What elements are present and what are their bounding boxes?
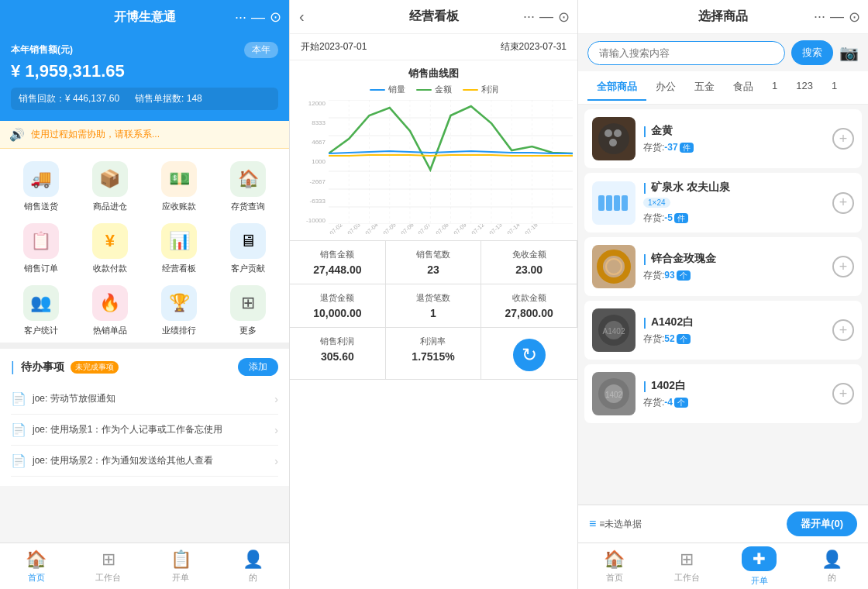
func-inventory-query[interactable]: 🏠 存货查询 — [214, 161, 283, 212]
nav-mine-label: 的 — [249, 572, 257, 584]
add-product-jinhuan[interactable]: + — [832, 128, 854, 150]
minimize-icon-p2[interactable]: — — [539, 9, 553, 25]
product-info-jinhuan: 金黄 存货:-37件 — [643, 124, 825, 154]
more-icon-p3[interactable]: ··· — [814, 9, 825, 26]
minimize-icon-p3[interactable]: — — [830, 9, 844, 26]
nav3-workbench[interactable]: ⊞ 工作台 — [651, 543, 724, 589]
nav3-mine[interactable]: 👤 的 — [796, 543, 869, 589]
close-icon-p3[interactable]: ⊙ — [849, 9, 860, 26]
func-customer-contribution[interactable]: 🖥 客户贡献 — [214, 223, 283, 274]
notice-text: 使用过程如需协助，请联系系... — [31, 128, 160, 141]
todo-title: 待办事项 — [21, 360, 64, 374]
more-icon-p2[interactable]: ··· — [523, 9, 535, 25]
product-svg-water — [594, 184, 633, 222]
todo-text-2: joe: 使用场景1：作为个人记事或工作备忘使用 — [33, 423, 274, 436]
func-sales-order[interactable]: 📋 销售订单 — [6, 223, 75, 274]
add-product-zinc-ring[interactable]: + — [832, 256, 854, 277]
func-performance[interactable]: 🏆 业绩排行 — [145, 285, 214, 336]
nav-open-bill[interactable]: 📋 开单 — [145, 543, 217, 589]
nav3-open-bill-label: 开单 — [751, 575, 768, 587]
nav3-home-label: 首页 — [606, 572, 623, 584]
status-label: ≡未选单据 — [599, 518, 642, 531]
cat-tab-hardware[interactable]: 五金 — [685, 74, 724, 101]
product-stock-1402white: 存货:-4个 — [643, 396, 825, 409]
stat-sales-amount-label: 销售金额 — [296, 249, 379, 260]
cat-tab-office[interactable]: 办公 — [646, 74, 685, 101]
func-hot-sales[interactable]: 🔥 热销单品 — [75, 285, 144, 336]
todo-badge: 未完成事项 — [71, 361, 119, 374]
stat-profit-rate: 利润率 1.7515% — [386, 328, 482, 380]
product-item-water[interactable]: 矿泉水 农夫山泉 1×24 存货:-5件 + — [584, 173, 862, 232]
stat-sales-count-label: 销售笔数 — [392, 249, 475, 260]
nav3-home[interactable]: 🏠 首页 — [578, 543, 651, 589]
product-stock-jinhuan: 存货:-37件 — [643, 141, 825, 154]
close-icon[interactable]: ⊙ — [270, 9, 281, 26]
open-bill-button[interactable]: 器开单(0) — [787, 512, 857, 536]
func-goods-warehouse[interactable]: 📦 商品进仓 — [75, 161, 144, 212]
product-item-zinc-ring[interactable]: 锌合金玫瑰金 存货:93个 + — [584, 237, 862, 296]
svg-point-28 — [606, 259, 622, 274]
svg-rect-25 — [614, 195, 620, 211]
open-bill-active-bg: ✚ — [742, 546, 777, 571]
footer-status: ≡ ≡未选单据 器开单(0) — [578, 505, 868, 542]
cat-tab-123[interactable]: 123 — [787, 74, 822, 101]
svg-point-22 — [609, 139, 617, 146]
stat-return-count: 退货笔数 1 — [386, 284, 482, 328]
todo-doc-icon-2: 📄 — [11, 422, 26, 437]
product-item-a1402white[interactable]: A1402 A1402白 存货:52个 + — [584, 301, 862, 360]
panel-select-product: 选择商品 ··· — ⊙ 搜索 📷 全部商品 办公 五金 食品 1 123 1 — [578, 0, 868, 589]
stat-sales-count: 销售笔数 23 — [386, 241, 482, 284]
cat-tab-extra[interactable]: 1 — [822, 74, 846, 101]
refresh-button[interactable]: ↻ — [513, 339, 546, 371]
todo-add-button[interactable]: 添加 — [238, 358, 278, 376]
panel1-header-icons: ··· — ⊙ — [235, 9, 281, 26]
panel2-title: 经营看板 — [409, 9, 459, 25]
stat-sales-amount: 销售金额 27,448.00 — [290, 241, 386, 284]
close-icon-p2[interactable]: ⊙ — [558, 9, 570, 26]
panel1-nav: 🏠 首页 ⊞ 工作台 📋 开单 👤 的 — [0, 542, 289, 589]
nav-home[interactable]: 🏠 首页 — [0, 543, 72, 589]
nav-workbench[interactable]: ⊞ 工作台 — [72, 543, 144, 589]
cat-tab-food[interactable]: 食品 — [724, 74, 763, 101]
legend-profit: 利润 — [463, 84, 498, 95]
cat-tab-1[interactable]: 1 — [763, 74, 787, 101]
chart-title: 销售曲线图 — [290, 67, 577, 81]
legend-amount: 金额 — [416, 84, 452, 95]
add-product-water[interactable]: + — [832, 192, 854, 214]
nav-open-bill-label: 开单 — [172, 572, 189, 584]
todo-item-2[interactable]: 📄 joe: 使用场景1：作为个人记事或工作备忘使用 › — [11, 415, 278, 446]
func-more[interactable]: ⊞ 更多 — [214, 285, 283, 336]
search-input[interactable] — [587, 41, 785, 65]
minimize-icon[interactable]: — — [251, 9, 265, 26]
todo-item-3[interactable]: 📄 joe: 使用场景2：作为通知发送给其他人查看 › — [11, 446, 278, 477]
camera-icon[interactable]: 📷 — [839, 43, 859, 62]
func-customer-stats[interactable]: 👥 客户统计 — [6, 285, 75, 336]
product-item-jinhuan[interactable]: 金黄 存货:-37件 + — [584, 109, 862, 168]
stat-profit-rate-value: 1.7515% — [392, 350, 475, 363]
add-product-1402white[interactable]: + — [832, 383, 854, 405]
product-info-1402white: 1402白 存货:-4个 — [643, 379, 825, 409]
stat-free-amount: 免收金额 23.00 — [481, 241, 577, 284]
nav3-open-bill[interactable]: ✚ 开单 — [723, 543, 796, 589]
stat-profit-label: 销售利润 — [296, 336, 379, 347]
func-payment[interactable]: ¥ 收款付款 — [75, 223, 144, 274]
search-button[interactable]: 搜索 — [791, 40, 833, 65]
product-item-1402white[interactable]: 1402 1402白 存货:-4个 + — [584, 364, 862, 423]
todo-item-1[interactable]: 📄 joe: 劳动节放假通知 › — [11, 384, 278, 415]
product-svg-jinhuan — [594, 119, 633, 158]
product-img-a1402white: A1402 — [592, 308, 636, 352]
func-business-board[interactable]: 📊 经营看板 — [145, 223, 214, 274]
add-product-a1402white[interactable]: + — [832, 319, 854, 341]
cat-tab-all[interactable]: 全部商品 — [587, 74, 646, 101]
todo-section: | 待办事项 未完成事项 添加 📄 joe: 劳动节放假通知 › 📄 joe: … — [0, 349, 289, 486]
nav-mine[interactable]: 👤 的 — [217, 543, 289, 589]
back-icon[interactable]: ‹ — [299, 8, 305, 26]
year-button[interactable]: 本年 — [244, 42, 278, 58]
stat-profit-rate-label: 利润率 — [392, 336, 475, 347]
func-accounts-receivable[interactable]: 💵 应收账款 — [145, 161, 214, 212]
stat-return-amount-label: 退货金额 — [296, 292, 379, 304]
func-sales-delivery[interactable]: 🚚 销售送货 — [6, 161, 75, 212]
more-icon[interactable]: ··· — [235, 9, 246, 26]
svg-rect-23 — [598, 195, 604, 211]
product-svg-zinc-ring — [594, 247, 633, 286]
